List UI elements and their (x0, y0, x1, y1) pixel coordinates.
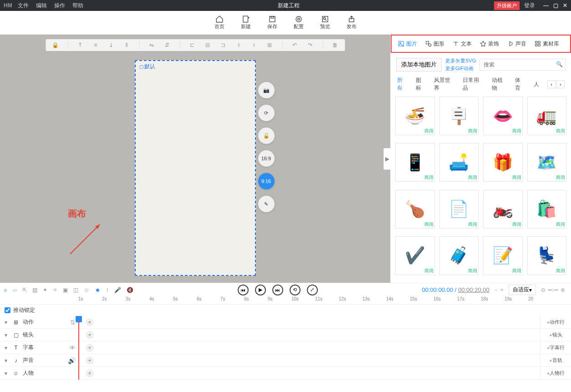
asset-thumb[interactable]: 🪧商用 (439, 97, 479, 135)
flip-v-icon[interactable]: ⇵ (163, 41, 171, 49)
playhead[interactable] (78, 316, 79, 380)
cat-icons[interactable]: 图标 (416, 76, 426, 92)
asset-thumb[interactable]: 📱商用 (395, 143, 435, 182)
track-add-button[interactable]: 字幕行 (540, 341, 571, 354)
redo-icon[interactable]: ↷ (306, 41, 314, 49)
menu-help[interactable]: 帮助 (72, 2, 83, 10)
track-extra-icon[interactable]: 🔊 (68, 357, 76, 364)
cat-scenery[interactable]: 风景世界 (434, 76, 454, 92)
track-body[interactable]: + (78, 341, 540, 354)
align-bottom-icon[interactable]: ⤓ (107, 41, 115, 49)
track-body[interactable]: + (78, 367, 540, 379)
toolbar-home[interactable]: 首页 (214, 15, 224, 30)
flip-h-icon[interactable]: ⇋ (148, 41, 156, 49)
asset-thumb[interactable]: 🎁商用 (483, 143, 523, 182)
upgrade-account-button[interactable]: 升级账户 (494, 1, 520, 10)
zoom-in-button[interactable]: + (500, 287, 504, 293)
loop-button[interactable]: ⟲ (290, 285, 301, 295)
track-add-keyframe[interactable]: + (86, 318, 94, 326)
asset-thumb[interactable]: 🗺️商用 (527, 143, 567, 182)
toolbar-preview[interactable]: 预览 (320, 15, 330, 30)
track-add-keyframe[interactable]: + (86, 356, 94, 365)
track-add-keyframe[interactable]: + (86, 369, 94, 377)
minimize-button[interactable]: — (543, 2, 549, 9)
crop-icon[interactable]: ▱ (13, 287, 17, 293)
asset-thumb[interactable]: 💺商用 (527, 236, 567, 275)
push-lock-checkbox[interactable] (5, 307, 10, 313)
track-add-keyframe[interactable]: + (86, 331, 94, 339)
track-add-button[interactable]: 动作行 (540, 316, 571, 328)
toolbar-save[interactable]: 保存 (267, 15, 277, 30)
undo-icon[interactable]: ↶ (291, 41, 299, 49)
align-hcenter-icon[interactable]: ⊟ (204, 41, 212, 49)
align-vcenter-icon[interactable]: ≡ (92, 41, 100, 49)
person2-icon[interactable]: ☻ (95, 287, 101, 293)
track-add-button[interactable]: 人物行 (540, 367, 571, 379)
cat-all[interactable]: 所有 (397, 76, 408, 92)
tab-text[interactable]: 文本 (450, 38, 474, 50)
align-top-icon[interactable]: ⤒ (76, 41, 84, 49)
search-icon[interactable]: 🔍 (556, 61, 563, 67)
track-add-keyframe[interactable]: + (86, 344, 94, 352)
asset-thumb[interactable]: 🧳商用 (439, 236, 479, 275)
cat-prev-button[interactable]: ‹ (547, 80, 556, 88)
track-expand-button[interactable]: ▾ (3, 345, 9, 351)
frame-icon[interactable]: ◫ (73, 287, 78, 293)
track-extra-icon[interactable]: ⇅ (70, 319, 76, 326)
asset-thumb[interactable]: 🏍️商用 (483, 190, 523, 229)
track-expand-button[interactable]: ▾ (3, 370, 9, 377)
track-add-button[interactable]: 镜头 (540, 329, 571, 341)
sparkle-icon[interactable]: ✧ (53, 287, 57, 293)
delete-icon[interactable]: 🗑 (331, 41, 339, 49)
mic-icon[interactable]: 🎤 (114, 287, 121, 293)
tab-decoration[interactable]: 装饰 (477, 38, 502, 50)
ruler-slider[interactable]: ━○━ (548, 287, 558, 293)
effect-icon[interactable]: ▨ (32, 287, 37, 293)
transition-icon[interactable]: ✦ (43, 287, 47, 293)
fullscreen-button[interactable]: ⤢ (307, 285, 318, 295)
waveform-icon[interactable]: ⫶ (106, 287, 109, 293)
asset-thumb[interactable]: 👄商用 (483, 97, 523, 135)
toolbar-new[interactable]: 新建 (241, 15, 251, 30)
asset-thumb[interactable]: 🛋️商用 (439, 143, 479, 182)
zoom-out-button[interactable]: − (495, 287, 498, 293)
asset-thumb[interactable]: 📝商用 (483, 236, 523, 275)
track-expand-button[interactable]: ▾ (3, 332, 9, 338)
asset-thumb[interactable]: 🍗商用 (395, 190, 435, 229)
toolbar-config[interactable]: 配置 (294, 15, 304, 30)
cat-sports[interactable]: 体育 (515, 76, 525, 92)
lock-icon[interactable]: 🔒 (51, 41, 59, 49)
pencil-icon[interactable]: ✎ (258, 196, 275, 212)
camera-icon[interactable]: 📷 (258, 82, 275, 98)
align-right-icon[interactable]: ⊐ (219, 41, 227, 49)
track-body[interactable]: + (78, 316, 540, 328)
cat-people[interactable]: 人 (534, 81, 539, 88)
track-expand-button[interactable]: ▾ (3, 319, 9, 326)
maximize-button[interactable]: ▢ (553, 2, 558, 9)
timeline-ruler[interactable]: 1s2s3s4s5s6s7s8s9s10s11s12s13s14s15s16s1… (0, 296, 571, 305)
tab-image[interactable]: 图片 (395, 38, 420, 50)
menu-action[interactable]: 操作 (54, 2, 65, 10)
track-body[interactable]: + (78, 329, 540, 341)
export-icon[interactable]: ⇱ (22, 287, 27, 293)
toolbar-publish[interactable]: 发布 (347, 15, 357, 30)
ruler-zoom-out-button[interactable]: ⊖ (541, 287, 546, 293)
align-edges-icon[interactable]: ⊞ (265, 41, 274, 49)
ruler-zoom-in-button[interactable]: ⊕ (561, 287, 565, 293)
more-gif-link[interactable]: 更多GIF动画 (445, 65, 476, 72)
more-svg-link[interactable]: 更多矢量SVG (445, 57, 476, 64)
cat-next-button[interactable]: › (556, 80, 565, 88)
rotate-icon[interactable]: ⟳ (258, 105, 275, 121)
video-icon[interactable]: ▹ (5, 287, 7, 293)
tab-sound[interactable]: 声音 (505, 38, 529, 50)
asset-thumb[interactable]: 🚛商用 (527, 97, 567, 135)
add-local-image-button[interactable]: 添加本地图片 (396, 58, 442, 71)
tab-shape[interactable]: 图形 (423, 38, 447, 50)
next-frame-button[interactable]: ⏭ (272, 285, 283, 295)
aspect-9-16-button[interactable]: 9:16 (258, 173, 275, 189)
track-add-button[interactable]: 音轨 (540, 354, 571, 367)
fit-button[interactable]: 自适应 ▾ (509, 285, 536, 295)
artboard[interactable]: 默认 (135, 60, 256, 276)
close-button[interactable]: ✕ (563, 2, 567, 9)
track-expand-button[interactable]: ▾ (3, 357, 9, 364)
